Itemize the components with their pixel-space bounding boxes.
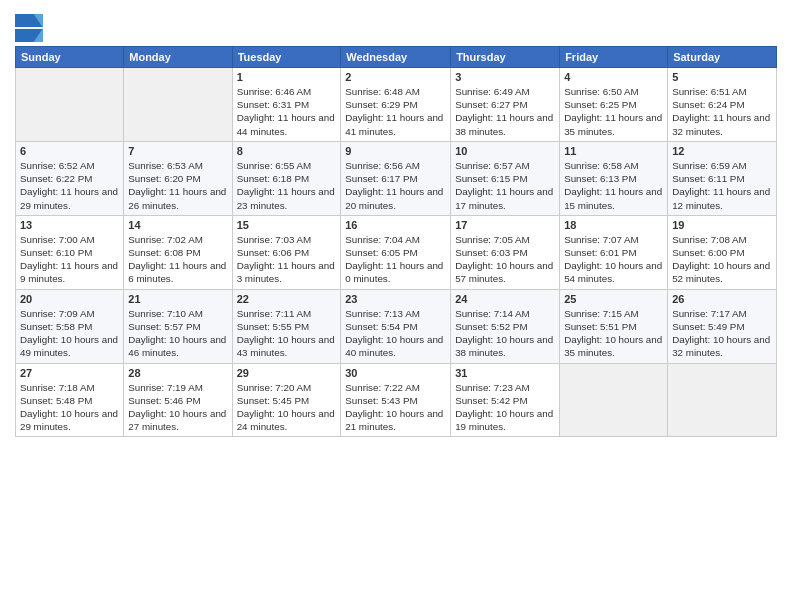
day-number: 6: [20, 145, 119, 157]
weekday-header: Thursday: [451, 47, 560, 68]
calendar-table: SundayMondayTuesdayWednesdayThursdayFrid…: [15, 46, 777, 437]
day-number: 11: [564, 145, 663, 157]
day-info: Sunrise: 7:23 AM Sunset: 5:42 PM Dayligh…: [455, 381, 555, 434]
day-number: 18: [564, 219, 663, 231]
calendar-cell: [16, 68, 124, 142]
day-number: 31: [455, 367, 555, 379]
day-number: 15: [237, 219, 337, 231]
day-info: Sunrise: 6:53 AM Sunset: 6:20 PM Dayligh…: [128, 159, 227, 212]
day-number: 12: [672, 145, 772, 157]
calendar-cell: 5Sunrise: 6:51 AM Sunset: 6:24 PM Daylig…: [668, 68, 777, 142]
day-info: Sunrise: 7:13 AM Sunset: 5:54 PM Dayligh…: [345, 307, 446, 360]
day-info: Sunrise: 6:59 AM Sunset: 6:11 PM Dayligh…: [672, 159, 772, 212]
day-number: 13: [20, 219, 119, 231]
day-number: 28: [128, 367, 227, 379]
weekday-header: Wednesday: [341, 47, 451, 68]
day-info: Sunrise: 6:58 AM Sunset: 6:13 PM Dayligh…: [564, 159, 663, 212]
day-info: Sunrise: 7:04 AM Sunset: 6:05 PM Dayligh…: [345, 233, 446, 286]
calendar-cell: 8Sunrise: 6:55 AM Sunset: 6:18 PM Daylig…: [232, 141, 341, 215]
day-info: Sunrise: 7:20 AM Sunset: 5:45 PM Dayligh…: [237, 381, 337, 434]
calendar-cell: 28Sunrise: 7:19 AM Sunset: 5:46 PM Dayli…: [124, 363, 232, 437]
calendar-cell: 27Sunrise: 7:18 AM Sunset: 5:48 PM Dayli…: [16, 363, 124, 437]
day-number: 27: [20, 367, 119, 379]
day-number: 23: [345, 293, 446, 305]
day-info: Sunrise: 7:00 AM Sunset: 6:10 PM Dayligh…: [20, 233, 119, 286]
day-info: Sunrise: 7:14 AM Sunset: 5:52 PM Dayligh…: [455, 307, 555, 360]
calendar-week-row: 6Sunrise: 6:52 AM Sunset: 6:22 PM Daylig…: [16, 141, 777, 215]
day-number: 14: [128, 219, 227, 231]
day-info: Sunrise: 7:11 AM Sunset: 5:55 PM Dayligh…: [237, 307, 337, 360]
calendar-cell: 17Sunrise: 7:05 AM Sunset: 6:03 PM Dayli…: [451, 215, 560, 289]
calendar-cell: 2Sunrise: 6:48 AM Sunset: 6:29 PM Daylig…: [341, 68, 451, 142]
calendar-cell: 31Sunrise: 7:23 AM Sunset: 5:42 PM Dayli…: [451, 363, 560, 437]
calendar-cell: 14Sunrise: 7:02 AM Sunset: 6:08 PM Dayli…: [124, 215, 232, 289]
day-info: Sunrise: 6:49 AM Sunset: 6:27 PM Dayligh…: [455, 85, 555, 138]
calendar-cell: 24Sunrise: 7:14 AM Sunset: 5:52 PM Dayli…: [451, 289, 560, 363]
logo: [15, 14, 45, 42]
day-info: Sunrise: 7:05 AM Sunset: 6:03 PM Dayligh…: [455, 233, 555, 286]
day-number: 9: [345, 145, 446, 157]
day-info: Sunrise: 7:19 AM Sunset: 5:46 PM Dayligh…: [128, 381, 227, 434]
calendar-week-row: 13Sunrise: 7:00 AM Sunset: 6:10 PM Dayli…: [16, 215, 777, 289]
calendar-cell: 29Sunrise: 7:20 AM Sunset: 5:45 PM Dayli…: [232, 363, 341, 437]
day-number: 22: [237, 293, 337, 305]
day-number: 8: [237, 145, 337, 157]
day-info: Sunrise: 7:09 AM Sunset: 5:58 PM Dayligh…: [20, 307, 119, 360]
day-number: 4: [564, 71, 663, 83]
day-info: Sunrise: 6:51 AM Sunset: 6:24 PM Dayligh…: [672, 85, 772, 138]
weekday-header: Monday: [124, 47, 232, 68]
day-number: 29: [237, 367, 337, 379]
calendar-cell: 30Sunrise: 7:22 AM Sunset: 5:43 PM Dayli…: [341, 363, 451, 437]
header: [15, 10, 777, 42]
weekday-header: Tuesday: [232, 47, 341, 68]
calendar-cell: [560, 363, 668, 437]
day-info: Sunrise: 7:17 AM Sunset: 5:49 PM Dayligh…: [672, 307, 772, 360]
calendar-cell: 1Sunrise: 6:46 AM Sunset: 6:31 PM Daylig…: [232, 68, 341, 142]
calendar-cell: 10Sunrise: 6:57 AM Sunset: 6:15 PM Dayli…: [451, 141, 560, 215]
calendar-week-row: 20Sunrise: 7:09 AM Sunset: 5:58 PM Dayli…: [16, 289, 777, 363]
calendar-cell: 16Sunrise: 7:04 AM Sunset: 6:05 PM Dayli…: [341, 215, 451, 289]
day-number: 20: [20, 293, 119, 305]
day-number: 1: [237, 71, 337, 83]
calendar-cell: 18Sunrise: 7:07 AM Sunset: 6:01 PM Dayli…: [560, 215, 668, 289]
day-number: 7: [128, 145, 227, 157]
calendar-cell: 25Sunrise: 7:15 AM Sunset: 5:51 PM Dayli…: [560, 289, 668, 363]
day-number: 16: [345, 219, 446, 231]
day-info: Sunrise: 6:55 AM Sunset: 6:18 PM Dayligh…: [237, 159, 337, 212]
day-info: Sunrise: 7:07 AM Sunset: 6:01 PM Dayligh…: [564, 233, 663, 286]
calendar-cell: 20Sunrise: 7:09 AM Sunset: 5:58 PM Dayli…: [16, 289, 124, 363]
calendar-cell: 26Sunrise: 7:17 AM Sunset: 5:49 PM Dayli…: [668, 289, 777, 363]
weekday-row: SundayMondayTuesdayWednesdayThursdayFrid…: [16, 47, 777, 68]
day-number: 17: [455, 219, 555, 231]
calendar-cell: 21Sunrise: 7:10 AM Sunset: 5:57 PM Dayli…: [124, 289, 232, 363]
calendar-cell: 9Sunrise: 6:56 AM Sunset: 6:17 PM Daylig…: [341, 141, 451, 215]
day-number: 25: [564, 293, 663, 305]
day-info: Sunrise: 7:15 AM Sunset: 5:51 PM Dayligh…: [564, 307, 663, 360]
calendar-cell: 3Sunrise: 6:49 AM Sunset: 6:27 PM Daylig…: [451, 68, 560, 142]
calendar-cell: 7Sunrise: 6:53 AM Sunset: 6:20 PM Daylig…: [124, 141, 232, 215]
day-info: Sunrise: 7:03 AM Sunset: 6:06 PM Dayligh…: [237, 233, 337, 286]
calendar-cell: 15Sunrise: 7:03 AM Sunset: 6:06 PM Dayli…: [232, 215, 341, 289]
calendar-cell: 6Sunrise: 6:52 AM Sunset: 6:22 PM Daylig…: [16, 141, 124, 215]
day-info: Sunrise: 6:48 AM Sunset: 6:29 PM Dayligh…: [345, 85, 446, 138]
weekday-header: Saturday: [668, 47, 777, 68]
day-info: Sunrise: 7:02 AM Sunset: 6:08 PM Dayligh…: [128, 233, 227, 286]
day-number: 19: [672, 219, 772, 231]
day-info: Sunrise: 6:46 AM Sunset: 6:31 PM Dayligh…: [237, 85, 337, 138]
calendar-body: 1Sunrise: 6:46 AM Sunset: 6:31 PM Daylig…: [16, 68, 777, 437]
day-info: Sunrise: 7:10 AM Sunset: 5:57 PM Dayligh…: [128, 307, 227, 360]
weekday-header: Sunday: [16, 47, 124, 68]
calendar-week-row: 27Sunrise: 7:18 AM Sunset: 5:48 PM Dayli…: [16, 363, 777, 437]
page-container: SundayMondayTuesdayWednesdayThursdayFrid…: [0, 0, 792, 447]
day-info: Sunrise: 6:52 AM Sunset: 6:22 PM Dayligh…: [20, 159, 119, 212]
day-number: 3: [455, 71, 555, 83]
calendar-cell: 13Sunrise: 7:00 AM Sunset: 6:10 PM Dayli…: [16, 215, 124, 289]
calendar-cell: 19Sunrise: 7:08 AM Sunset: 6:00 PM Dayli…: [668, 215, 777, 289]
day-info: Sunrise: 7:18 AM Sunset: 5:48 PM Dayligh…: [20, 381, 119, 434]
day-number: 21: [128, 293, 227, 305]
day-info: Sunrise: 7:22 AM Sunset: 5:43 PM Dayligh…: [345, 381, 446, 434]
calendar-cell: 4Sunrise: 6:50 AM Sunset: 6:25 PM Daylig…: [560, 68, 668, 142]
day-number: 10: [455, 145, 555, 157]
weekday-header: Friday: [560, 47, 668, 68]
calendar-cell: 22Sunrise: 7:11 AM Sunset: 5:55 PM Dayli…: [232, 289, 341, 363]
